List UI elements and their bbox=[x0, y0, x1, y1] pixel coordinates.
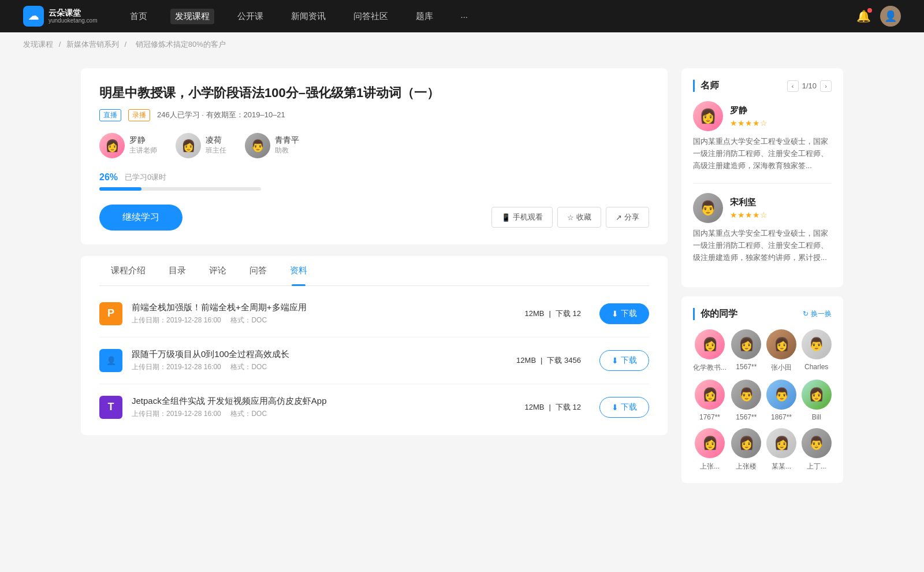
classmate-2: 👩 张小田 bbox=[766, 329, 797, 373]
classmate-0: 👩 化学教书... bbox=[693, 329, 726, 373]
tabs-card: 课程介绍 目录 评论 问答 资料 P 前端全栈加强版！前端全栈+全周期+多端应用… bbox=[81, 256, 668, 435]
refresh-classmates-button[interactable]: ↻ 换一换 bbox=[803, 309, 832, 319]
classmate-8-avatar[interactable]: 👩 bbox=[695, 428, 725, 458]
phone-watch-button[interactable]: 📱 手机观看 bbox=[491, 207, 553, 228]
phone-icon: 📱 bbox=[501, 213, 511, 222]
classmate-7-avatar[interactable]: 👩 bbox=[802, 380, 832, 410]
next-page-button[interactable]: › bbox=[820, 80, 832, 92]
classmates-sidebar-title: 你的同学 bbox=[693, 308, 737, 320]
classmate-8-name: 上张... bbox=[700, 462, 720, 471]
sidebar-teacher-0-name: 罗静 bbox=[730, 105, 767, 116]
resource-info-1: 跟随千万级项目从0到100全过程高效成长 上传日期：2019-12-28 16:… bbox=[132, 349, 507, 372]
teacher-2-role: 助教 bbox=[275, 146, 299, 155]
tab-qa[interactable]: 问答 bbox=[238, 256, 278, 285]
classmate-3-avatar[interactable]: 👨 bbox=[802, 329, 832, 359]
nav-more[interactable]: ··· bbox=[456, 9, 473, 24]
classmate-9-name: 上张楼 bbox=[736, 462, 757, 471]
classmate-9-avatar[interactable]: 👩 bbox=[731, 428, 761, 458]
tab-catalog[interactable]: 目录 bbox=[157, 256, 198, 285]
sidebar-teacher-1-avatar: 👨 bbox=[693, 193, 723, 223]
teacher-0-avatar: 👩 bbox=[99, 133, 125, 158]
main-content: 明星中教授课，小学阶段语法100分–强化级第1讲动词（一） 直播 录播 246人… bbox=[58, 57, 866, 504]
sidebar-teacher-1: 👨 宋利坚 ★★★★☆ 国内某重点大学安全工程专业硕士，国家一级注册消防工程师、… bbox=[693, 193, 832, 263]
resource-meta-2: 上传日期：2019-12-28 16:00 格式：DOC bbox=[132, 409, 516, 419]
teacher-0-name: 罗静 bbox=[129, 135, 157, 146]
classmate-2-name: 张小田 bbox=[771, 363, 792, 373]
resource-meta-1: 上传日期：2019-12-28 16:00 格式：DOC bbox=[132, 362, 507, 372]
tabs-nav: 课程介绍 目录 评论 问答 资料 bbox=[99, 256, 649, 286]
classmate-3: 👨 Charles bbox=[801, 329, 832, 373]
sidebar-teacher-1-stars: ★★★★☆ bbox=[730, 210, 767, 220]
classmate-11: 👨 上丁... bbox=[801, 428, 832, 471]
refresh-icon: ↻ bbox=[803, 310, 808, 318]
classmate-5-avatar[interactable]: 👨 bbox=[731, 380, 761, 410]
breadcrumb-link-2[interactable]: 新媒体营销系列 bbox=[66, 40, 119, 49]
resource-list: P 前端全栈加强版！前端全栈+全周期+多端应用 上传日期：2019-12-28 … bbox=[99, 286, 649, 435]
classmate-4-avatar[interactable]: 👩 bbox=[695, 380, 725, 410]
course-title: 明星中教授课，小学阶段语法100分–强化级第1讲动词（一） bbox=[99, 84, 649, 102]
star-icon: ☆ bbox=[567, 213, 574, 222]
continue-button[interactable]: 继续学习 bbox=[99, 205, 182, 231]
resource-title-1: 跟随千万级项目从0到100全过程高效成长 bbox=[132, 349, 507, 360]
classmate-6-avatar[interactable]: 👨 bbox=[766, 380, 796, 410]
course-card: 明星中教授课，小学阶段语法100分–强化级第1讲动词（一） 直播 录播 246人… bbox=[81, 68, 668, 244]
tab-resource[interactable]: 资料 bbox=[278, 256, 319, 285]
progress-bar-bg bbox=[99, 187, 261, 191]
download-icon-2: ⬇ bbox=[612, 403, 619, 412]
classmate-1-avatar[interactable]: 👩 bbox=[731, 329, 761, 359]
classmate-1: 👩 1567** bbox=[731, 329, 762, 373]
teachers-sidebar-card: 名师 ‹ 1/10 › 👩 罗静 ★★★★☆ bbox=[681, 68, 843, 287]
nav-home[interactable]: 首页 bbox=[125, 9, 152, 24]
teacher-2-avatar: 👨 bbox=[245, 133, 270, 158]
breadcrumb: 发现课程 / 新媒体营销系列 / 销冠修炼术搞定80%的客户 bbox=[0, 32, 924, 57]
sidebar-teacher-0-desc: 国内某重点大学安全工程专业硕士，国家一级注册消防工程师、注册安全工程师、高级注册… bbox=[693, 136, 832, 172]
teacher-divider bbox=[693, 183, 832, 184]
nav-exam[interactable]: 题库 bbox=[411, 9, 438, 24]
download-icon-1: ⬇ bbox=[612, 356, 619, 365]
bell-button[interactable]: 🔔 bbox=[856, 9, 871, 23]
teacher-1-name: 凌荷 bbox=[206, 135, 226, 146]
navbar: ☁ 云朵课堂 yunduoketang.com 首页 发现课程 公开课 新闻资讯… bbox=[0, 0, 924, 32]
resource-title-0: 前端全栈加强版！前端全栈+全周期+多端应用 bbox=[132, 302, 516, 313]
teachers-sidebar-title: 名师 bbox=[693, 80, 719, 92]
nav-qa[interactable]: 问答社区 bbox=[349, 9, 393, 24]
tab-intro[interactable]: 课程介绍 bbox=[99, 256, 157, 285]
classmate-0-name: 化学教书... bbox=[693, 363, 726, 373]
teacher-2-name: 青青平 bbox=[275, 135, 299, 146]
classmate-0-avatar[interactable]: 👩 bbox=[695, 329, 725, 359]
download-icon-0: ⬇ bbox=[612, 309, 619, 318]
nav-news[interactable]: 新闻资讯 bbox=[286, 9, 330, 24]
classmate-10: 👩 某某... bbox=[766, 428, 797, 471]
logo-icon: ☁ bbox=[23, 6, 44, 27]
sidebar-teacher-0-avatar: 👩 bbox=[693, 101, 723, 131]
classmate-10-name: 某某... bbox=[772, 462, 791, 471]
breadcrumb-link-1[interactable]: 发现课程 bbox=[23, 40, 53, 49]
resource-info-2: Jetpack全组件实战 开发短视频应用高仿皮皮虾App 上传日期：2019-1… bbox=[132, 396, 516, 419]
classmate-11-name: 上丁... bbox=[807, 462, 826, 471]
sidebar-teacher-1-name: 宋利坚 bbox=[730, 197, 767, 208]
classmate-2-avatar[interactable]: 👩 bbox=[766, 329, 796, 359]
download-button-0[interactable]: ⬇ 下载 bbox=[599, 303, 649, 324]
prev-page-button[interactable]: ‹ bbox=[787, 80, 799, 92]
resource-stats-0: 12MB | 下载 12 bbox=[525, 309, 581, 319]
notification-dot bbox=[867, 8, 872, 13]
download-button-1[interactable]: ⬇ 下载 bbox=[599, 350, 649, 371]
classmate-6: 👨 1867** bbox=[766, 380, 797, 421]
progress-pct: 26% bbox=[99, 172, 118, 183]
collect-button[interactable]: ☆ 收藏 bbox=[557, 207, 601, 228]
classmate-4-name: 1767** bbox=[699, 413, 720, 421]
teachers-pagination: ‹ 1/10 › bbox=[787, 80, 832, 92]
classmate-10-avatar[interactable]: 👩 bbox=[766, 428, 796, 458]
user-avatar[interactable]: 👤 bbox=[880, 6, 901, 27]
download-button-2[interactable]: ⬇ 下载 bbox=[599, 397, 649, 418]
resource-icon-0: P bbox=[99, 302, 122, 325]
share-button[interactable]: ↗ 分享 bbox=[606, 207, 649, 228]
resource-title-2: Jetpack全组件实战 开发短视频应用高仿皮皮虾App bbox=[132, 396, 516, 407]
tab-review[interactable]: 评论 bbox=[198, 256, 238, 285]
classmate-11-avatar[interactable]: 👨 bbox=[802, 428, 832, 458]
teacher-0-role: 主讲老师 bbox=[129, 146, 157, 155]
logo[interactable]: ☁ 云朵课堂 yunduoketang.com bbox=[23, 6, 98, 27]
nav-discover[interactable]: 发现课程 bbox=[170, 9, 214, 24]
nav-open[interactable]: 公开课 bbox=[233, 9, 268, 24]
classmates-sidebar-header: 你的同学 ↻ 换一换 bbox=[693, 308, 832, 320]
